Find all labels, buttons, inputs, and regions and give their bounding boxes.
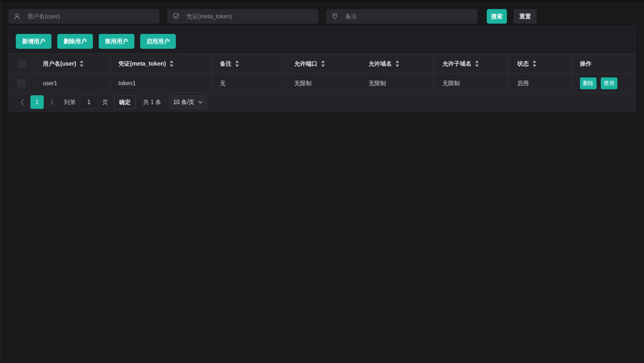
page-1-button[interactable]: 1	[30, 95, 44, 109]
tag-icon	[331, 13, 339, 20]
column-header-actions: 操作	[571, 54, 636, 74]
select-all-checkbox[interactable]	[17, 59, 26, 68]
window-left-edge	[0, 0, 1, 363]
page-size-select[interactable]: 10 条/页	[169, 95, 207, 109]
cell-allowed-subdomains: 无限制	[434, 74, 509, 93]
cell-status: 启用	[509, 74, 571, 93]
sort-icon[interactable]	[533, 60, 536, 67]
reset-button[interactable]: 重置	[514, 9, 537, 24]
enable-users-button[interactable]: 启用用户	[140, 34, 176, 49]
pagination: 1 到第 页 确定 共 1 条 10 条/页	[9, 93, 635, 111]
goto-page-prefix-label: 到第	[64, 98, 76, 106]
total-count-label: 共 1 条	[143, 98, 161, 106]
chevron-right-icon	[50, 99, 54, 106]
toolbar: 新增用户 删除用户 禁用用户 启用用户	[9, 27, 635, 54]
cell-allowed-ports: 无限制	[286, 74, 360, 93]
delete-users-button[interactable]: 删除用户	[57, 34, 93, 49]
prev-page-button[interactable]	[19, 98, 25, 106]
cell-actions: 删除 禁用	[571, 74, 636, 93]
window-top-edge	[0, 0, 644, 1]
chevron-left-icon	[20, 99, 24, 106]
sort-icon[interactable]	[170, 60, 173, 67]
row-delete-button[interactable]: 删除	[580, 77, 597, 89]
next-page-button[interactable]	[49, 98, 55, 106]
username-field[interactable]	[8, 9, 159, 24]
sort-icon[interactable]	[321, 60, 325, 67]
header-checkbox-cell	[9, 54, 34, 74]
search-bar: 搜索 重置	[0, 0, 644, 24]
shield-check-icon	[172, 13, 180, 20]
table-header-row: 用户名(user) 凭证(meta_token)	[9, 54, 636, 74]
user-table-panel: 新增用户 删除用户 禁用用户 启用用户 用户名(user)	[8, 26, 636, 112]
column-header-status[interactable]: 状态	[509, 54, 571, 74]
users-table: 用户名(user) 凭证(meta_token)	[9, 54, 636, 93]
column-header-user[interactable]: 用户名(user)	[34, 54, 110, 74]
username-input[interactable]	[27, 13, 154, 20]
token-input[interactable]	[186, 13, 313, 20]
column-header-allowed-domains[interactable]: 允许域名	[360, 54, 434, 74]
chevron-down-icon	[198, 101, 202, 104]
add-user-button[interactable]: 新增用户	[16, 34, 51, 49]
sort-icon[interactable]	[80, 60, 83, 67]
token-field[interactable]	[167, 9, 318, 24]
column-header-note[interactable]: 备注	[211, 54, 286, 74]
page-size-value: 10 条/页	[173, 98, 194, 106]
search-button[interactable]: 搜索	[487, 9, 507, 24]
note-field[interactable]	[326, 9, 477, 24]
user-icon	[13, 13, 21, 20]
table-row: user1 token1 无 无限制 无限制 无限制 启用 删除 禁用	[9, 74, 636, 93]
goto-confirm-button[interactable]: 确定	[114, 95, 136, 109]
cell-note: 无	[211, 74, 286, 93]
cell-user: user1	[34, 74, 110, 93]
row-checkbox-cell	[9, 74, 34, 93]
sort-icon[interactable]	[475, 60, 479, 67]
row-disable-button[interactable]: 禁用	[601, 77, 617, 89]
goto-page-suffix-label: 页	[102, 98, 108, 106]
disable-users-button[interactable]: 禁用用户	[99, 34, 134, 49]
sort-icon[interactable]	[235, 60, 239, 67]
column-header-meta-token[interactable]: 凭证(meta_token)	[110, 54, 211, 74]
cell-allowed-domains: 无限制	[360, 74, 434, 93]
column-header-allowed-subdomains[interactable]: 允许子域名	[434, 54, 509, 74]
cell-meta-token: token1	[110, 74, 211, 93]
goto-page-input[interactable]	[80, 95, 98, 109]
row-checkbox[interactable]	[17, 79, 26, 87]
column-header-allowed-ports[interactable]: 允许端口	[286, 54, 360, 74]
note-input[interactable]	[345, 13, 472, 20]
sort-icon[interactable]	[396, 60, 399, 67]
